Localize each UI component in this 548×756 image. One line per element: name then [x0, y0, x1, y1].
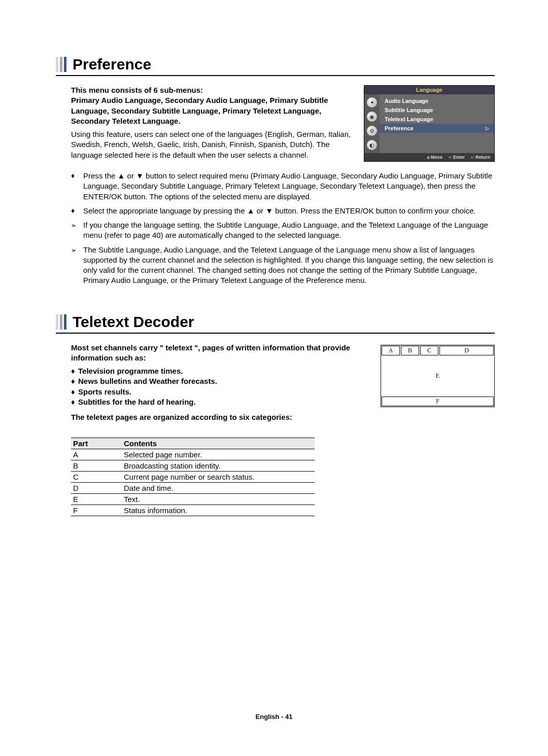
diamond-bullet-icon: ♦ [71, 206, 83, 215]
heading-bars-icon [56, 314, 66, 330]
diagram-part-f: F [382, 397, 494, 406]
heading-bars-icon [56, 57, 66, 72]
diamond-bullet-icon: ♦ [71, 171, 83, 181]
gear-icon: ⚙ [367, 126, 377, 136]
note-item: ➢ If you change the language setting, th… [71, 220, 495, 241]
chevron-right-icon: ▷ [486, 126, 489, 131]
preference-intro-plain: Using this feature, users can select one… [71, 129, 354, 160]
globe-icon: ✦ [367, 97, 377, 107]
diagram-part-b: B [401, 346, 419, 355]
table-row: ASelected page number. [71, 449, 315, 460]
diagram-part-d: D [439, 346, 494, 355]
table-row: BBroadcasting station identity. [71, 460, 315, 472]
table-row: EText. [71, 494, 315, 505]
note-item: ➢ The Subtitle Language, Audio Language,… [71, 245, 495, 286]
intro-item: News bulletins and Weather forecasts. [78, 376, 217, 386]
osd-move-label: Move [431, 155, 442, 160]
osd-item-audio[interactable]: Audio Language [380, 96, 494, 105]
table-header-part: Part [71, 438, 122, 449]
diagram-part-a: A [382, 346, 400, 355]
teletext-intro-bold: Most set channels carry " teletext ", pa… [71, 343, 370, 364]
teletext-intro-list: ♦Television programme times. ♦News bulle… [71, 366, 370, 407]
intro-item: Sports results. [78, 387, 131, 397]
osd-item-teletext[interactable]: Teletext Language [380, 115, 494, 124]
diagram-part-e: E [382, 356, 494, 396]
diagram-part-c: C [420, 346, 438, 355]
preference-intro-bold: This menu consists of 6 sub-menus: Prima… [71, 85, 354, 126]
osd-menu: Language ✦ ◉ ⚙ ◐ Audio Language Subtitle… [364, 85, 495, 162]
osd-item-preference[interactable]: Preference▷ [380, 124, 494, 133]
osd-return-label: Return [475, 155, 490, 160]
bullet-item: ♦ Select the appropriate language by pre… [71, 206, 495, 216]
bullet-item: ♦ Press the ▲ or ▼ button to select requ… [71, 171, 495, 202]
osd-enter-label: Enter [453, 155, 465, 160]
section-heading-teletext: Teletext Decoder [56, 313, 495, 334]
teletext-intro-tail: The teletext pages are organized accordi… [71, 412, 370, 422]
table-header-contents: Contents [122, 438, 315, 449]
intro-item: Television programme times. [78, 366, 183, 376]
teletext-parts-table: Part Contents ASelected page number. BBr… [71, 438, 315, 516]
osd-title: Language [364, 86, 494, 94]
osd-icon-column: ✦ ◉ ⚙ ◐ [364, 94, 380, 153]
disc-icon: ◐ [367, 140, 377, 150]
section-title: Teletext Decoder [73, 313, 194, 331]
section-title: Preference [73, 56, 151, 73]
eye-icon: ◉ [367, 112, 377, 122]
page-footer: English - 41 [0, 713, 548, 721]
osd-item-subtitle[interactable]: Subtitle Language [380, 105, 494, 115]
section-heading-preference: Preference [56, 56, 495, 76]
teletext-layout-diagram: A B C D E F [381, 345, 495, 407]
table-row: FStatus information. [71, 505, 315, 516]
table-row: DDate and time. [71, 483, 315, 494]
table-row: CCurrent page number or search status. [71, 472, 315, 483]
note-arrow-icon: ➢ [71, 220, 83, 230]
osd-footer: ◆Move ↵Enter ↩Return [364, 153, 494, 161]
intro-item: Subtitles for the hard of hearing. [78, 397, 196, 407]
note-arrow-icon: ➢ [71, 245, 83, 255]
